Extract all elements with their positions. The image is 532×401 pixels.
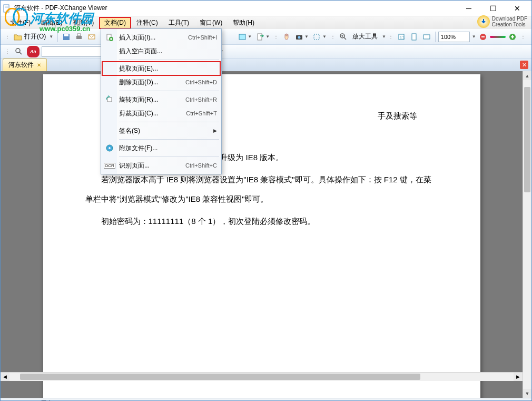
- menu-attach-file[interactable]: 附加文件(F)...: [102, 141, 220, 155]
- hand-tool-button[interactable]: [281, 31, 292, 43]
- export-button[interactable]: ▼: [254, 31, 271, 43]
- menu-insert-blank[interactable]: 插入空白页面...: [102, 44, 220, 58]
- scan-button[interactable]: ▼: [237, 31, 253, 43]
- menu-tools[interactable]: 工具(T): [163, 17, 194, 29]
- doc-line-4: 初始密码为：11111111（8 个 1），初次登陆必须修改密码。: [85, 211, 438, 231]
- insert-pages-icon: [103, 33, 116, 42]
- vertical-scrollbar[interactable]: ▲ ▼: [523, 71, 531, 398]
- menu-document[interactable]: 文档(D): [99, 17, 131, 29]
- svg-point-28: [16, 48, 20, 53]
- zoom-in-button[interactable]: [338, 31, 349, 43]
- horizontal-scrollbar[interactable]: ◀ ▶: [1, 372, 523, 381]
- fit-width-button[interactable]: [421, 31, 432, 43]
- select-tool-button[interactable]: ▼: [311, 31, 328, 43]
- tab-close-icon[interactable]: ✕: [37, 62, 41, 68]
- document-tab[interactable]: 河东软件 ✕: [3, 58, 47, 71]
- svg-rect-2: [5, 7, 8, 7]
- download-line1: Download PDF: [492, 16, 527, 22]
- extract-pages-label: 提取页面(E)...: [116, 64, 217, 73]
- svg-line-16: [344, 37, 346, 40]
- tab-label: 河东软件: [8, 61, 34, 70]
- document-dropdown-menu: 插入页面(I)... Ctrl+Shift+I 插入空白页面... 提取页面(E…: [101, 28, 222, 174]
- scroll-left-button[interactable]: ◀: [1, 373, 9, 381]
- scroll-down-button[interactable]: ▼: [523, 389, 531, 398]
- insert-blank-label: 插入空白页面...: [116, 47, 217, 56]
- menu-crop-pages[interactable]: 剪裁页面(C)... Ctrl+Shift+T: [102, 106, 220, 120]
- menu-rotate-pages[interactable]: 旋转页面(R)... Ctrl+Shift+R: [102, 93, 220, 106]
- svg-point-3: [5, 8, 19, 25]
- fit-page-button[interactable]: [408, 31, 420, 43]
- svg-line-29: [19, 52, 22, 54]
- download-icon: [477, 15, 490, 28]
- insert-pages-label: 插入页面(I)...: [116, 33, 188, 42]
- svg-rect-8: [77, 34, 81, 36]
- status-bar: 21.00 x 29.70 厘米: [1, 398, 531, 401]
- rotate-pages-shortcut: Ctrl+Shift+R: [185, 96, 217, 103]
- svg-rect-27: [512, 35, 513, 38]
- ocr-shortcut: Ctrl+Shift+C: [185, 162, 217, 169]
- rotate-pages-label: 旋转页面(R)...: [116, 95, 185, 104]
- search-toolbar: ⋮ Aa ▼: [1, 45, 531, 58]
- snapshot-tool-button[interactable]: ▼: [293, 31, 310, 43]
- find-button[interactable]: Aa: [27, 46, 40, 57]
- menu-insert-pages[interactable]: 插入页面(I)... Ctrl+Shift+I: [102, 31, 220, 44]
- scroll-right-button[interactable]: ▶: [514, 373, 523, 381]
- menu-sign[interactable]: 签名(S) ▶: [102, 124, 220, 138]
- doc-line-3: 若浏览器版本高于 IE8 则将浏览器设置为"IE8 兼容模式"即可。具体操作如下…: [85, 170, 438, 209]
- attach-label: 附加文件(F)...: [116, 144, 217, 153]
- svg-rect-22: [423, 35, 430, 39]
- svg-rect-11: [258, 34, 262, 40]
- submenu-arrow-icon: ▶: [213, 128, 217, 133]
- close-all-tabs-button[interactable]: ✕: [520, 61, 528, 69]
- maximize-button[interactable]: ☐: [481, 1, 505, 16]
- scroll-thumb-v[interactable]: [524, 87, 530, 192]
- menu-delete-pages[interactable]: 删除页面(D)... Ctrl+Shift+D: [102, 75, 220, 89]
- grip-icon: ⋮: [5, 34, 10, 40]
- svg-point-4: [14, 8, 27, 25]
- svg-rect-10: [239, 34, 245, 40]
- rotate-icon: [103, 95, 116, 104]
- download-line2: Creation Tools: [492, 22, 527, 27]
- svg-rect-1: [5, 6, 8, 6]
- menu-extract-pages[interactable]: 提取页面(E)...: [102, 62, 220, 75]
- actual-size-button[interactable]: 1:1: [396, 31, 407, 43]
- ocr-icon: OCR: [103, 163, 116, 169]
- menu-comments[interactable]: 注释(C): [131, 17, 163, 29]
- download-pdf-tools-badge[interactable]: Download PDFCreation Tools: [477, 15, 527, 28]
- search-button[interactable]: [13, 46, 25, 57]
- menu-help[interactable]: 帮助(H): [228, 17, 260, 29]
- page-dimensions: 21.00 x 29.70 厘米: [4, 399, 52, 401]
- svg-rect-24: [481, 36, 485, 37]
- zoom-slider[interactable]: [490, 36, 506, 38]
- menu-window[interactable]: 窗口(W): [194, 17, 228, 29]
- delete-pages-label: 删除页面(D)...: [116, 78, 185, 87]
- delete-pages-shortcut: Ctrl+Shift+D: [185, 79, 217, 85]
- svg-rect-43: [107, 97, 112, 102]
- scroll-thumb-h[interactable]: [20, 374, 420, 380]
- svg-rect-21: [412, 34, 416, 40]
- minimize-button[interactable]: ─: [457, 1, 481, 16]
- zoom-in-btn[interactable]: [507, 31, 518, 43]
- zoom-tool-label: 放大工具: [350, 32, 380, 41]
- ocr-label: 识别页面...: [116, 161, 185, 170]
- sign-label: 签名(S): [116, 126, 213, 135]
- open-label: 打开(O): [22, 32, 48, 41]
- crop-pages-shortcut: Ctrl+Shift+T: [186, 110, 217, 116]
- attach-icon: [103, 144, 116, 152]
- svg-rect-7: [76, 36, 82, 39]
- tab-bar: 河东软件 ✕ ✕: [1, 58, 531, 71]
- menu-ocr[interactable]: OCR 识别页面... Ctrl+Shift+C: [102, 159, 220, 172]
- insert-pages-shortcut: Ctrl+Shift+I: [188, 34, 217, 41]
- svg-rect-14: [314, 34, 319, 40]
- svg-point-13: [298, 36, 301, 38]
- document-viewport: 手及搜索等 若浏览器版本低于 IE8 请将浏览器升级为 IE8 版本。 若浏览器…: [1, 71, 531, 398]
- svg-rect-6: [64, 34, 68, 36]
- zoom-input[interactable]: [438, 32, 470, 42]
- scroll-up-button[interactable]: ▲: [523, 71, 531, 80]
- zoom-out-btn[interactable]: [477, 31, 489, 43]
- watermark-url: www.pc0359.cn: [40, 25, 90, 33]
- watermark-logo: [5, 8, 28, 28]
- close-button[interactable]: ✕: [505, 1, 529, 16]
- svg-text:1:1: 1:1: [400, 35, 405, 39]
- crop-pages-label: 剪裁页面(C)...: [116, 109, 186, 118]
